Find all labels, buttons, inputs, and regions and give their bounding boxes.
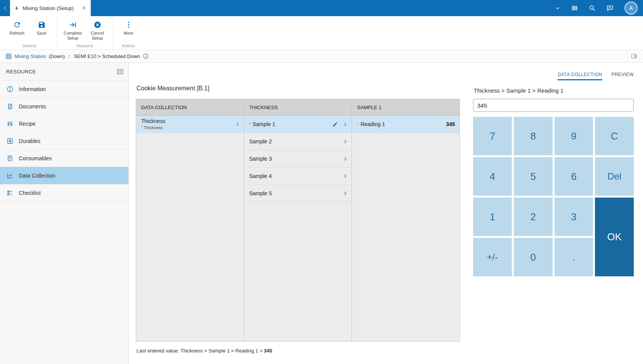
avatar-initial: A: [629, 5, 633, 11]
sidebar-item-label: Data Collection: [19, 173, 55, 179]
row-label: Sample 3: [249, 156, 272, 162]
required-marker: *: [357, 122, 359, 127]
more-button[interactable]: More: [116, 18, 141, 43]
key-delete[interactable]: Del: [595, 157, 634, 196]
complete-setup-label: Complete Setup: [60, 31, 85, 41]
last-entered-prefix: Last entered value: Thickness > Sample 1…: [137, 348, 264, 354]
row-label: Sample 2: [249, 138, 272, 145]
row-sample-3[interactable]: Sample 3: [244, 150, 352, 168]
column-rows: * Reading 1 345: [352, 116, 460, 341]
key-2[interactable]: 2: [514, 198, 553, 236]
row-sample-2[interactable]: Sample 2: [244, 133, 352, 150]
row-sample-1[interactable]: * Sample 1: [244, 116, 352, 133]
sidebar-item-recipe[interactable]: Recipe: [0, 115, 128, 132]
toolbar-group-resource: Complete Setup Cancel Setup Resource: [57, 16, 113, 50]
toolbar-group-label-general: General: [5, 43, 54, 50]
recipe-icon: [7, 120, 13, 127]
consumables-icon: [7, 155, 13, 162]
refresh-label: Refresh: [10, 31, 25, 36]
cancel-setup-button[interactable]: Cancel Setup: [85, 18, 110, 43]
column-thickness: THICKNESS * Sample 1 Sample: [244, 99, 352, 341]
required-marker: *: [141, 125, 143, 130]
save-button[interactable]: Save: [29, 18, 54, 43]
sidebar-item-durables[interactable]: Durables: [0, 132, 128, 150]
section-title: Cookie Measurement [B.1]: [137, 85, 460, 92]
key-clear[interactable]: C: [595, 117, 634, 155]
info-icon: [7, 86, 13, 93]
titlebar: Mixing Station (Setup) ✕ A: [0, 0, 643, 16]
side-panel-toggle-icon[interactable]: [631, 53, 638, 60]
panel-tabs: DATA COLLECTION PREVIEW: [473, 72, 634, 80]
tab-title: Mixing Station (Setup): [23, 5, 74, 11]
key-plus-minus[interactable]: +/-: [473, 238, 512, 276]
toolbar-group-actions: More Actions: [113, 16, 144, 50]
required-marker: *: [249, 122, 251, 127]
tab-data-collection[interactable]: DATA COLLECTION: [558, 72, 602, 80]
row-sample-4[interactable]: Sample 4: [244, 168, 352, 185]
refresh-button[interactable]: Refresh: [5, 18, 29, 43]
chat-icon[interactable]: [606, 4, 614, 12]
value-input[interactable]: [473, 99, 634, 112]
edit-icon[interactable]: [332, 121, 338, 127]
sidebar-item-data-collection[interactable]: Data Collection: [0, 167, 128, 184]
row-label: Sample 1: [253, 121, 275, 127]
app-tab[interactable]: Mixing Station (Setup) ✕: [10, 0, 91, 16]
tab-close-icon[interactable]: ✕: [82, 5, 86, 11]
key-7[interactable]: 7: [473, 117, 512, 155]
toolbar-group-label-resource: Resource: [60, 43, 110, 50]
breadcrumb: Mixing Station (Down) / SEMI E10 > Sched…: [0, 50, 643, 63]
row-label: Sample 5: [249, 190, 272, 196]
sidebar-item-information[interactable]: Information: [0, 80, 128, 98]
collapse-sidebar-icon[interactable]: [117, 68, 124, 75]
row-reading-1[interactable]: * Reading 1 345: [352, 116, 460, 133]
key-0[interactable]: 0: [514, 238, 553, 276]
key-6[interactable]: 6: [555, 157, 593, 196]
tab-preview[interactable]: PREVIEW: [611, 72, 634, 80]
data-collection-table: DATA COLLECTION Thickness * Thickness: [136, 99, 460, 342]
column-header-data-collection: DATA COLLECTION: [136, 99, 244, 116]
row-sample-5[interactable]: Sample 5: [244, 185, 352, 202]
more-icon: [125, 21, 133, 29]
column-header-thickness: THICKNESS: [244, 99, 352, 116]
key-9[interactable]: 9: [555, 117, 593, 155]
sidebar-item-label: Checklist: [19, 190, 41, 196]
sidebar-item-label: Recipe: [19, 121, 36, 127]
sidebar-item-documents[interactable]: Documents: [0, 98, 128, 115]
key-5[interactable]: 5: [514, 157, 553, 196]
key-4[interactable]: 4: [473, 157, 512, 196]
row-sublabel: Thickness: [144, 125, 163, 130]
complete-setup-icon: [69, 21, 77, 29]
chevron-right-icon: [342, 121, 348, 127]
row-thickness[interactable]: Thickness * Thickness: [136, 116, 244, 133]
scanner-icon[interactable]: [571, 4, 578, 12]
menu-chevron-down-icon[interactable]: [555, 5, 561, 11]
tab-scroll-left-icon[interactable]: [0, 0, 10, 16]
chevron-right-icon: [342, 156, 348, 162]
column-rows: * Sample 1 Sample 2: [244, 116, 352, 341]
sidebar: RESOURCE Information Documents Recipe: [0, 63, 129, 364]
last-entered-number: 345: [264, 348, 272, 354]
row-label: Thickness: [141, 118, 233, 124]
user-avatar[interactable]: A: [625, 2, 637, 14]
key-3[interactable]: 3: [555, 198, 593, 236]
titlebar-actions: A: [555, 0, 643, 16]
breadcrumb-resource-link[interactable]: Mixing Station: [15, 53, 46, 59]
key-decimal[interactable]: .: [555, 238, 593, 276]
column-data-collection: DATA COLLECTION Thickness * Thickness: [136, 99, 244, 341]
toolbar: Refresh Save General Complete Setup: [0, 16, 643, 50]
resource-status[interactable]: SEMI E10 > Scheduled Down: [74, 53, 140, 59]
checklist-icon: [7, 189, 13, 196]
key-8[interactable]: 8: [514, 117, 553, 155]
info-icon[interactable]: [143, 53, 149, 59]
sidebar-item-label: Durables: [19, 138, 40, 144]
sidebar-item-checklist[interactable]: Checklist: [0, 184, 128, 201]
refresh-icon: [13, 21, 21, 29]
resource-state: (Down): [49, 53, 65, 59]
sidebar-item-label: Information: [19, 86, 46, 92]
breadcrumb-separator: /: [69, 53, 70, 59]
complete-setup-button[interactable]: Complete Setup: [60, 18, 85, 43]
key-1[interactable]: 1: [473, 198, 512, 236]
search-icon[interactable]: [588, 4, 596, 12]
key-ok[interactable]: OK: [595, 198, 634, 276]
sidebar-item-consumables[interactable]: Consumables: [0, 150, 128, 167]
